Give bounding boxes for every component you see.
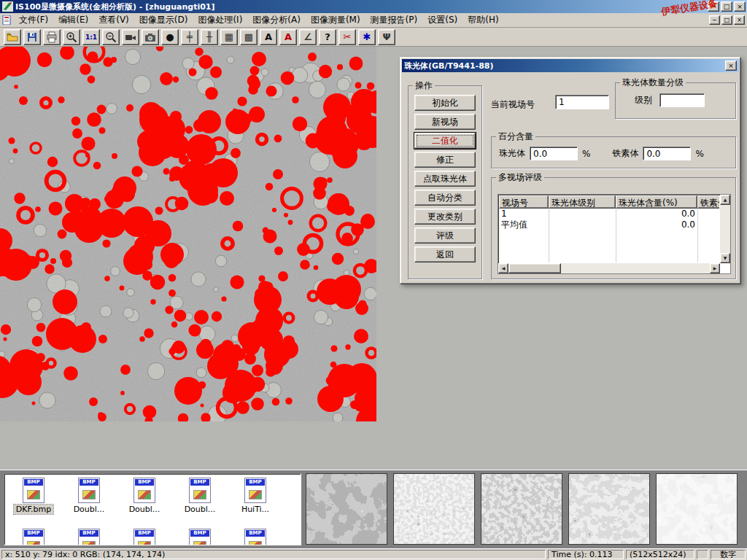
col-field-no[interactable]: 视场号 [499, 195, 549, 209]
pearlite-input[interactable] [530, 147, 578, 160]
micrograph-image[interactable] [0, 47, 376, 421]
ferrite-input[interactable] [643, 147, 691, 160]
maximize-button[interactable]: □ [721, 1, 732, 12]
mode-status: 数字 [711, 550, 746, 559]
thumbnail-sample-5[interactable] [656, 473, 738, 545]
binarize-button[interactable]: 二值化 [414, 133, 476, 149]
correct-button[interactable]: 修正 [414, 152, 476, 168]
text-annotation-button[interactable]: A [260, 29, 277, 45]
thumbnail-sample-2[interactable] [393, 473, 475, 545]
table-row[interactable]: 10.0 [499, 209, 719, 219]
zoom-in-button[interactable] [63, 29, 80, 45]
table-cell: 平均值 [499, 219, 549, 230]
menu-report[interactable]: 测量报告(P) [365, 12, 423, 28]
col-pearlite-content[interactable]: 珠光体含量(%) [616, 195, 697, 209]
menu-edit[interactable]: 编辑(E) [53, 12, 93, 28]
dialog-titlebar[interactable]: 珠光体(GB/T9441-88) × [402, 59, 739, 72]
table-row[interactable]: 平均值0.0 [499, 219, 719, 230]
auto-classify-button[interactable]: 自动分类 [414, 190, 476, 206]
horizontal-scroll-track[interactable] [508, 263, 710, 273]
scroll-up-button[interactable]: ▲ [720, 195, 730, 205]
menu-image-analysis[interactable]: 图像分析(A) [247, 12, 306, 28]
menu-file[interactable]: 文件(F) [14, 12, 53, 28]
file-item-5[interactable]: BMPHuiTi... [228, 475, 283, 514]
level-input[interactable] [659, 93, 705, 107]
camera-capture-button[interactable] [142, 29, 159, 45]
measure-scale-h-button[interactable]: ╫ [201, 29, 218, 45]
text-annotation-alt-button[interactable]: A [279, 29, 297, 45]
grid-add-button[interactable]: ▩ [240, 29, 258, 45]
table-cell [697, 209, 719, 219]
pick-pearlite-button[interactable]: 点取珠光体 [414, 171, 476, 187]
dialog-close-button[interactable]: × [725, 61, 737, 71]
menu-image-measure[interactable]: 图像测量(M) [306, 12, 365, 28]
col-ferrite[interactable]: 铁素体 [697, 195, 719, 209]
initialize-button[interactable]: 初始化 [414, 95, 476, 111]
video-source-button[interactable] [122, 29, 139, 45]
current-field-label: 当前视场号 [491, 98, 535, 111]
current-field-input[interactable] [555, 95, 609, 109]
file-name: Doubl... [182, 505, 218, 514]
menu-settings[interactable]: 设置(S) [422, 12, 462, 28]
bmp-file-icon: BMP [244, 478, 266, 503]
table-cell [697, 219, 719, 230]
angle-measure-button[interactable]: ∠ [299, 29, 317, 45]
vertical-scroll-track[interactable] [720, 205, 730, 253]
rate-button[interactable]: 评级 [414, 228, 476, 244]
file-item-partial-1[interactable]: BMP [6, 526, 61, 545]
grading-group: 珠光体数量分级 级别 [615, 77, 736, 119]
new-field-button[interactable]: 新视场 [414, 114, 476, 130]
table-horizontal-scrollbar[interactable]: ◀ ▶ [498, 263, 720, 273]
file-item-partial-2[interactable]: BMP [61, 526, 117, 545]
probe-tool-button[interactable]: Ψ [378, 29, 395, 45]
change-category-button[interactable]: 更改类别 [414, 209, 476, 225]
mdi-close-button[interactable]: × [734, 15, 745, 25]
save-file-button[interactable] [23, 29, 41, 45]
table-vertical-scrollbar[interactable]: ▲ ▼ [720, 195, 730, 263]
pearlite-dialog: 珠光体(GB/T9441-88) × 操作 初始化新视场二值化修正点取珠光体自动… [400, 57, 741, 284]
thumbnail-sample-3[interactable] [481, 473, 562, 545]
mdi-minimize-button[interactable]: ─ [709, 15, 720, 25]
minimize-button[interactable]: ─ [708, 1, 719, 12]
magic-select-button[interactable]: ✱ [358, 29, 376, 45]
col-pearlite-grade[interactable]: 珠光体级别 [549, 195, 616, 209]
file-item-2[interactable]: BMPDoubl... [61, 475, 117, 514]
help-button[interactable]: ? [319, 29, 336, 45]
menu-help[interactable]: 帮助(H) [462, 12, 503, 28]
bmp-file-icon: BMP [23, 529, 44, 545]
percent-group-label: 百分含量 [496, 131, 535, 143]
mdi-restore-button[interactable]: □ [721, 15, 732, 25]
cut-tool-button[interactable]: ✂ [338, 29, 356, 45]
menu-image-display[interactable]: 图像显示(D) [134, 12, 193, 28]
open-file-button[interactable] [4, 29, 21, 45]
zoom-out-button[interactable] [102, 29, 120, 45]
snapshot-button[interactable]: ● [161, 29, 179, 45]
thumbnail-sample-4[interactable] [568, 473, 650, 545]
window-title: IS100显微摄像系统(金相分析版) - [zhuguangti01] [15, 1, 708, 12]
measure-scale-v-button[interactable]: ╪ [181, 29, 198, 45]
scroll-right-button[interactable]: ▶ [710, 263, 720, 273]
thumbnail-sample-1[interactable] [306, 473, 387, 545]
table-cell: 0.0 [616, 219, 697, 230]
table-group-label: 多视场评级 [496, 171, 544, 184]
operation-group: 操作 初始化新视场二值化修正点取珠光体自动分类更改类别评级返回 [408, 79, 482, 279]
file-item-4[interactable]: BMPDoubl... [172, 475, 228, 514]
actual-size-button[interactable]: 1:1 [82, 29, 100, 45]
file-item-partial-3[interactable]: BMP [117, 526, 172, 545]
menu-image-process[interactable]: 图像处理(I) [193, 12, 247, 28]
time-status: Time (s): 0.113 [548, 550, 624, 559]
file-item-3[interactable]: BMPDoubl... [117, 475, 172, 514]
scroll-left-button[interactable]: ◀ [498, 263, 508, 273]
bmp-file-icon: BMP [23, 478, 44, 503]
scroll-down-button[interactable]: ▼ [720, 253, 730, 263]
grid-overlay-button[interactable]: ▦ [220, 29, 238, 45]
file-item-partial-4[interactable]: BMP [172, 526, 228, 545]
file-name: DKF.bmp [14, 505, 53, 514]
return-button[interactable]: 返回 [414, 246, 476, 262]
print-button[interactable] [43, 29, 61, 45]
file-item-1[interactable]: BMPDKF.bmp [6, 475, 61, 514]
file-item-partial-5[interactable]: BMP [228, 526, 283, 545]
menu-view[interactable]: 查看(V) [93, 12, 134, 28]
close-button[interactable]: × [734, 1, 746, 12]
horizontal-scroll-thumb[interactable] [508, 263, 561, 273]
